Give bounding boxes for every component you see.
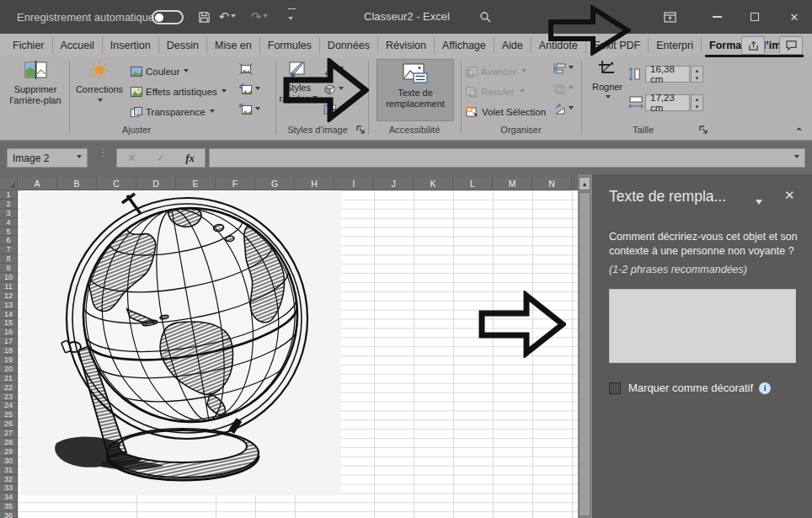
volet-selection-button[interactable]: Volet Sélection [466, 104, 546, 120]
column-header-D[interactable]: D [136, 177, 176, 190]
formula-input[interactable] [209, 148, 805, 168]
ribbon-display-options-icon[interactable] [657, 7, 682, 27]
callout-arrow-tab[interactable] [548, 5, 631, 56]
row-header-9[interactable]: 9 [0, 264, 18, 273]
column-header-C[interactable]: C [97, 177, 136, 190]
row-header-16[interactable]: 16 [0, 328, 18, 337]
row-header-1[interactable]: 1 [0, 190, 18, 200]
row-header-10[interactable]: 10 [0, 273, 18, 282]
column-header-I[interactable]: I [334, 177, 374, 190]
height-field[interactable]: 16,38 cm [645, 66, 690, 83]
rogner-button[interactable]: Rogner [587, 60, 628, 101]
effets-artistiques-button[interactable]: Effets artistiques [131, 84, 227, 99]
row-header-2[interactable]: 2 [0, 200, 18, 209]
vertical-scrollbar[interactable]: ▲ [578, 174, 591, 518]
row-header-28[interactable]: 28 [0, 438, 18, 447]
taille-dialog-launcher-icon[interactable] [699, 125, 708, 135]
row-header-22[interactable]: 22 [0, 383, 18, 393]
row-header-21[interactable]: 21 [0, 374, 18, 383]
column-header-A[interactable]: A [18, 177, 57, 190]
customize-toolbar-icon[interactable] [283, 8, 300, 25]
styles-dialog-launcher-icon[interactable] [356, 125, 366, 135]
row-header-19[interactable]: 19 [0, 355, 18, 365]
globe-image[interactable] [21, 190, 341, 495]
column-header-J[interactable]: J [374, 177, 414, 190]
insert-function-icon[interactable]: fx [185, 152, 195, 165]
save-icon[interactable] [195, 8, 212, 25]
row-header-8[interactable]: 8 [0, 254, 18, 264]
tab-accueil[interactable]: Accueil [53, 37, 103, 54]
row-header-27[interactable]: 27 [0, 429, 18, 438]
row-header-13[interactable]: 13 [0, 301, 18, 310]
column-header-L[interactable]: L [453, 177, 493, 190]
row-header-20[interactable]: 20 [0, 365, 18, 374]
column-header-K[interactable]: K [414, 177, 453, 190]
change-picture-button[interactable] [239, 83, 260, 95]
row-header-30[interactable]: 30 [0, 457, 18, 466]
row-header-12[interactable]: 12 [0, 291, 18, 301]
share-button[interactable] [741, 36, 765, 55]
decorative-checkbox[interactable] [609, 382, 621, 394]
column-header-B[interactable]: B [57, 177, 97, 190]
row-header-15[interactable]: 15 [0, 318, 18, 328]
callout-arrow-sheet[interactable] [478, 291, 566, 358]
tab-r-vision[interactable]: Révision [378, 37, 435, 54]
remove-background-button[interactable]: Supprimer l’arrière-plan [3, 60, 68, 106]
tab-fichier[interactable]: Fichier [5, 37, 53, 54]
name-box[interactable]: Image 2 [7, 148, 88, 168]
row-header-24[interactable]: 24 [0, 401, 18, 410]
autosave-toggle[interactable] [152, 10, 184, 24]
width-field[interactable]: 17,23 cm [645, 94, 690, 111]
align-button[interactable] [553, 63, 574, 74]
corrections-button[interactable]: Corrections [74, 60, 125, 104]
height-spinner[interactable]: ▲▼ [691, 66, 703, 83]
column-header-H[interactable]: H [295, 177, 334, 190]
reset-picture-button[interactable] [239, 104, 260, 115]
tab-affichage[interactable]: Affichage [435, 37, 494, 54]
scroll-up-icon[interactable]: ▲ [579, 177, 590, 190]
pane-dropdown-icon[interactable] [754, 196, 762, 211]
row-header-36[interactable]: 36 [0, 511, 18, 518]
column-header-N[interactable]: N [532, 177, 572, 190]
row-header-25[interactable]: 25 [0, 410, 18, 419]
row-header-14[interactable]: 14 [0, 310, 18, 319]
name-box-dropdown-icon[interactable] [77, 155, 82, 161]
row-header-4[interactable]: 4 [0, 218, 18, 227]
pane-close-icon[interactable]: ✕ [784, 188, 795, 203]
row-header-26[interactable]: 26 [0, 419, 18, 429]
info-icon[interactable]: i [759, 382, 771, 394]
tab-mise-en[interactable]: Mise en [207, 37, 260, 54]
width-spinner[interactable]: ▲▼ [691, 94, 703, 111]
callout-arrow-ribbon[interactable] [283, 58, 369, 122]
select-all-corner[interactable] [0, 177, 18, 190]
tab-dessin[interactable]: Dessin [159, 37, 207, 54]
collapse-ribbon-icon[interactable]: ⌃ [795, 126, 803, 137]
row-header-3[interactable]: 3 [0, 209, 18, 218]
row-header-5[interactable]: 5 [0, 227, 18, 237]
couleur-button[interactable]: Couleur [131, 64, 189, 79]
formula-bar-expand-icon[interactable] [794, 155, 799, 161]
close-button[interactable]: ✕ [782, 7, 807, 27]
column-header-E[interactable]: E [176, 177, 216, 190]
undo-icon[interactable]: ↶ [219, 8, 236, 25]
column-header-G[interactable]: G [255, 177, 295, 190]
tab-enterpri[interactable]: Enterpri [649, 37, 702, 54]
row-header-23[interactable]: 23 [0, 393, 18, 402]
transparence-button[interactable]: Transparence [131, 104, 215, 120]
column-header-F[interactable]: F [216, 177, 255, 190]
compress-picture-button[interactable] [239, 63, 253, 75]
minimize-button[interactable] [704, 7, 729, 27]
row-header-31[interactable]: 31 [0, 466, 18, 475]
row-header-34[interactable]: 34 [0, 493, 18, 502]
row-header-7[interactable]: 7 [0, 245, 18, 254]
row-header-35[interactable]: 35 [0, 502, 18, 511]
column-header-M[interactable]: M [493, 177, 532, 190]
row-header-32[interactable]: 32 [0, 475, 18, 484]
maximize-button[interactable] [742, 7, 767, 27]
row-header-18[interactable]: 18 [0, 346, 18, 355]
comment-button[interactable] [779, 36, 803, 55]
row-header-33[interactable]: 33 [0, 484, 18, 494]
search-icon[interactable] [477, 8, 494, 25]
scrollbar-thumb[interactable] [579, 192, 590, 516]
row-header-6[interactable]: 6 [0, 236, 18, 245]
